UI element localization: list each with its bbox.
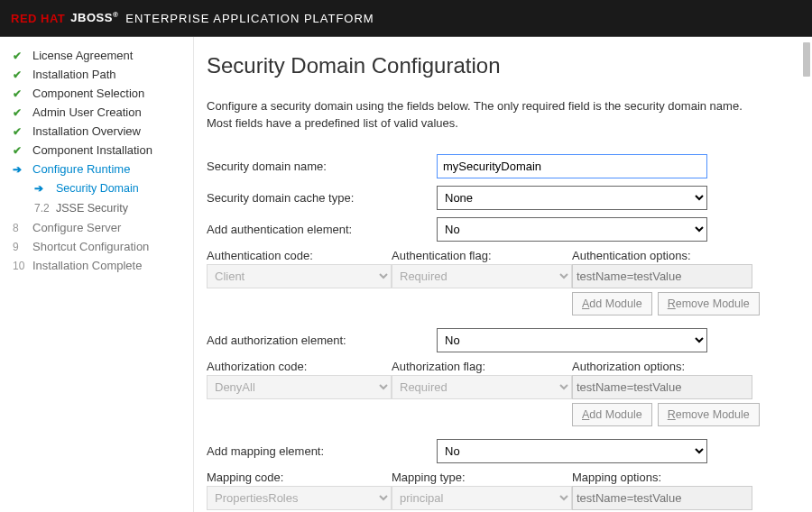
authz-triple-header: Authorization code: Authorization flag: … (207, 360, 789, 375)
check-icon (13, 125, 32, 138)
authz-module-buttons: Add Module Remove Module (207, 403, 789, 426)
main-panel: Security Domain Configuration Configure … (194, 37, 812, 512)
sidebar-item-install[interactable]: Component Installation (0, 141, 193, 160)
map-options-input (572, 486, 752, 510)
check-icon (13, 87, 32, 100)
wizard-sidebar: License Agreement Installation Path Comp… (0, 37, 194, 512)
row-cache-type: Security domain cache type: None (207, 186, 789, 210)
authz-flag-select: Required (392, 375, 572, 399)
arrow-right-icon (13, 163, 32, 176)
auth-triple-row: Client Required (207, 264, 789, 288)
sidebar-sub-jsse[interactable]: 7.2JSSE Security (0, 198, 193, 218)
add-module-button: Add Module (572, 403, 652, 426)
row-add-mapping: Add mapping element: No (207, 439, 789, 463)
add-module-button: Add Module (572, 292, 652, 315)
authz-code-select: DenyAll (207, 375, 392, 399)
sidebar-item-admin[interactable]: Admin User Creation (0, 103, 193, 122)
check-icon (13, 69, 32, 81)
add-authz-select[interactable]: No (437, 328, 707, 352)
brand-jboss: JBOSS® (70, 11, 118, 24)
cache-type-select[interactable]: None (437, 186, 707, 210)
main-container: License Agreement Installation Path Comp… (0, 37, 812, 512)
add-mapping-select[interactable]: No (437, 439, 707, 463)
remove-module-button: Remove Module (658, 292, 760, 315)
row-add-authz: Add authorization element: No (207, 328, 789, 352)
auth-triple-header: Authentication code: Authentication flag… (207, 249, 789, 264)
auth-code-select: Client (207, 264, 392, 288)
page-description: Configure a security domain using the fi… (207, 98, 748, 133)
auth-module-buttons: Add Module Remove Module (207, 292, 789, 315)
brand-eap: ENTERPRISE APPLICATION PLATFORM (125, 12, 374, 25)
sidebar-item-license[interactable]: License Agreement (0, 46, 193, 65)
authz-options-input (572, 375, 752, 399)
auth-flag-select: Required (392, 264, 572, 288)
check-icon (13, 144, 32, 157)
sidebar-item-components[interactable]: Component Selection (0, 84, 193, 103)
arrow-right-icon (34, 182, 56, 195)
sidebar-item-shortcut[interactable]: 9Shortcut Configuration (0, 237, 193, 256)
security-domain-name-input[interactable] (437, 154, 707, 178)
scrollbar-thumb[interactable] (803, 42, 810, 77)
sidebar-item-path[interactable]: Installation Path (0, 65, 193, 84)
map-triple-header: Mapping code: Mapping type: Mapping opti… (207, 471, 789, 486)
page-title: Security Domain Configuration (207, 53, 789, 78)
map-code-select: PropertiesRoles (207, 486, 392, 510)
auth-options-input (572, 264, 752, 288)
remove-module-button: Remove Module (658, 403, 760, 426)
sidebar-item-configure-runtime[interactable]: Configure Runtime (0, 160, 193, 178)
map-triple-row: PropertiesRoles principal (207, 486, 789, 510)
sidebar-item-complete[interactable]: 10Installation Complete (0, 256, 193, 275)
map-type-select: principal (392, 486, 572, 510)
check-icon (13, 106, 32, 119)
check-icon (13, 50, 32, 62)
brand-redhat: RED HAT (11, 12, 65, 25)
authz-triple-row: DenyAll Required (207, 375, 789, 399)
sidebar-sub-security-domain[interactable]: Security Domain (0, 178, 193, 198)
row-add-auth: Add authentication element: No (207, 217, 789, 242)
sidebar-item-overview[interactable]: Installation Overview (0, 122, 193, 141)
app-header: RED HAT JBOSS® ENTERPRISE APPLICATION PL… (0, 0, 812, 36)
sidebar-item-configure-server[interactable]: 8Configure Server (0, 218, 193, 237)
row-domain-name: Security domain name: (207, 154, 789, 178)
add-auth-select[interactable]: No (437, 217, 707, 242)
